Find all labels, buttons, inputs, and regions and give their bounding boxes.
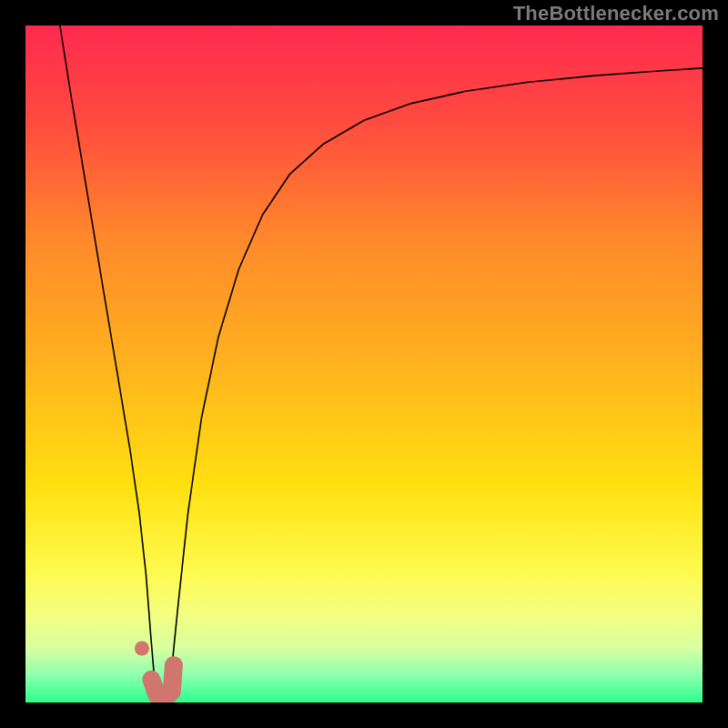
watermark-text: TheBottlenecker.com: [513, 2, 719, 25]
marker-dot: [135, 641, 149, 655]
bottleneck-chart: [0, 0, 728, 728]
chart-stage: TheBottlenecker.com: [0, 0, 728, 728]
gradient-background: [25, 25, 703, 703]
